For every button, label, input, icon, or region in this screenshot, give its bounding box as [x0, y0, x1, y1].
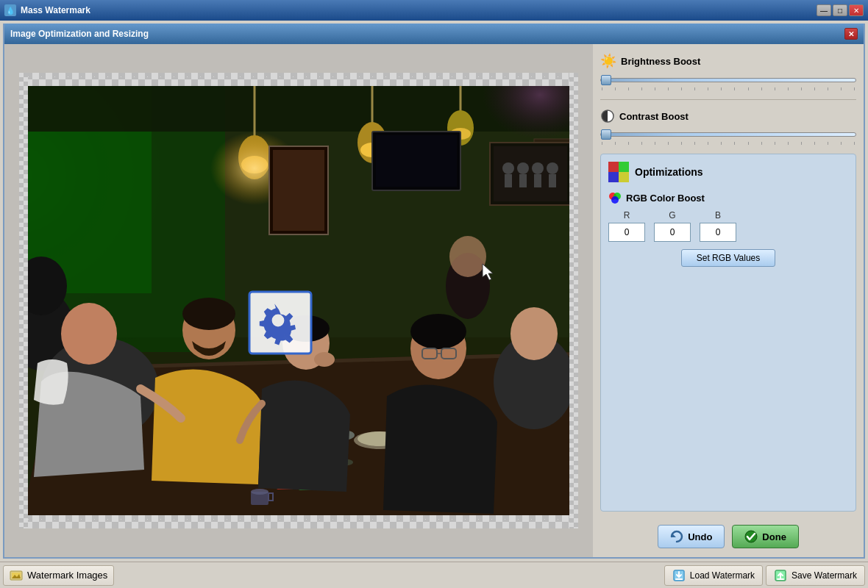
title-controls: — □ ✕ — [817, 4, 864, 16]
svg-point-56 — [502, 162, 514, 174]
tick — [694, 142, 695, 145]
tick — [761, 87, 762, 90]
save-watermark-icon — [774, 569, 787, 582]
svg-rect-71 — [608, 172, 619, 182]
rgb-label-text: RGB Color Boost — [626, 193, 705, 204]
divider-1 — [600, 99, 856, 100]
tick — [801, 142, 802, 145]
opt-header: Optimizations — [608, 162, 848, 182]
svg-point-62 — [547, 162, 558, 174]
contrast-ticks — [600, 142, 856, 145]
status-right-buttons: Load Watermark Save Watermark — [664, 565, 865, 586]
tick — [681, 142, 682, 145]
tick — [721, 87, 722, 90]
brightness-slider[interactable] — [600, 78, 856, 82]
dialog-title: Image Optimization and Resizing — [10, 29, 149, 39]
watermark-images-button[interactable]: Watermark Images — [3, 565, 114, 586]
tick — [801, 87, 802, 90]
tick — [655, 87, 655, 90]
dialog: Image Optimization and Resizing ✕ — [3, 24, 865, 559]
svg-point-75 — [611, 196, 619, 204]
rgb-fields: R G B — [608, 210, 848, 242]
rgb-icon — [608, 191, 622, 204]
contrast-section: Contrast Boost — [600, 109, 856, 145]
title-bar: 💧 Mass Watermark — □ ✕ — [0, 0, 868, 21]
undo-button[interactable]: Undo — [658, 525, 725, 548]
tick — [788, 142, 789, 145]
checker-left — [19, 73, 28, 528]
status-bar: Watermark Images Load Watermark Save Wat… — [0, 562, 868, 588]
title-bar-left: 💧 Mass Watermark — [4, 4, 90, 16]
maximize-button[interactable]: □ — [833, 4, 847, 16]
svg-rect-65 — [249, 292, 311, 354]
svg-rect-69 — [608, 162, 619, 172]
svg-rect-59 — [519, 174, 527, 187]
undo-icon — [670, 530, 683, 543]
svg-point-51 — [511, 307, 558, 360]
g-input[interactable] — [654, 223, 691, 242]
g-field-group: G — [654, 210, 691, 242]
contrast-label: Contrast Boost — [600, 109, 856, 123]
tick — [748, 87, 749, 90]
minimize-button[interactable]: — — [817, 4, 831, 16]
set-rgb-button[interactable]: Set RGB Values — [681, 249, 775, 267]
svg-point-58 — [517, 162, 529, 174]
tick — [775, 142, 775, 145]
brightness-section: ☀️ Brightness Boost — [600, 53, 856, 90]
tick — [788, 87, 789, 90]
tick — [628, 142, 629, 145]
done-button[interactable]: Done — [732, 525, 799, 548]
tick — [854, 142, 855, 145]
tick — [814, 142, 815, 145]
contrast-label-text: Contrast Boost — [619, 111, 689, 122]
image-panel — [4, 44, 593, 557]
tick — [734, 87, 735, 90]
tick — [828, 87, 828, 90]
svg-rect-72 — [619, 172, 629, 182]
tick — [775, 87, 775, 90]
checker-right — [569, 73, 578, 528]
done-icon — [744, 530, 758, 543]
contrast-slider[interactable] — [600, 132, 856, 137]
svg-point-60 — [532, 162, 544, 174]
tick — [668, 142, 669, 145]
scene-svg — [19, 73, 578, 528]
tick — [602, 87, 602, 90]
tick — [841, 87, 842, 90]
tick — [708, 142, 708, 145]
brightness-label-text: Brightness Boost — [621, 56, 700, 67]
tick — [761, 142, 762, 145]
r-input[interactable] — [608, 223, 645, 242]
svg-point-28 — [251, 489, 268, 495]
g-label: G — [669, 210, 675, 220]
load-watermark-button[interactable]: Load Watermark — [664, 565, 763, 586]
close-window-button[interactable]: ✕ — [849, 4, 864, 16]
done-label: Done — [762, 531, 786, 542]
svg-point-46 — [410, 314, 466, 349]
svg-point-41 — [182, 298, 235, 330]
rgb-label: RGB Color Boost — [608, 191, 848, 204]
b-input[interactable] — [700, 223, 736, 242]
app-icon: 💧 — [4, 4, 16, 16]
tick — [708, 87, 708, 90]
svg-rect-18 — [273, 150, 324, 231]
r-field-group: R — [608, 210, 645, 242]
contrast-slider-container — [600, 128, 856, 139]
save-watermark-button[interactable]: Save Watermark — [766, 565, 865, 586]
tick — [615, 142, 616, 145]
checker-bottom — [19, 515, 578, 528]
save-watermark-label: Save Watermark — [791, 570, 857, 581]
load-watermark-label: Load Watermark — [690, 570, 755, 581]
dialog-close-button[interactable]: ✕ — [844, 28, 858, 40]
r-label: R — [624, 210, 630, 220]
watermark-images-icon — [10, 569, 23, 582]
tick — [694, 87, 695, 90]
tick — [628, 87, 629, 90]
svg-marker-76 — [672, 533, 676, 537]
action-buttons: Undo Done — [600, 517, 856, 548]
tick — [668, 87, 669, 90]
dialog-content: ☀️ Brightness Boost — [4, 44, 864, 557]
tick — [615, 87, 616, 90]
svg-rect-70 — [619, 162, 629, 172]
brightness-label: ☀️ Brightness Boost — [600, 53, 856, 69]
